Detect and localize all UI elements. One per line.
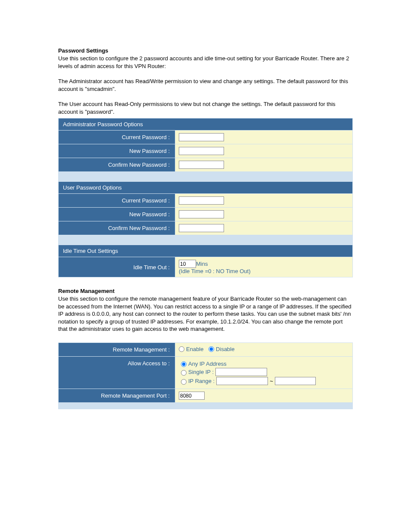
spacer xyxy=(59,235,352,245)
single-ip-radio[interactable] xyxy=(181,370,187,376)
user-current-pw-label: Current Password : xyxy=(59,194,175,207)
ip-range-option[interactable]: IP Range : ~ xyxy=(179,377,349,385)
remote-enable-option[interactable]: Enable xyxy=(179,346,203,352)
user-account-desc: The User account has Read-Only permissio… xyxy=(58,100,353,115)
admin-current-pw-label: Current Password : xyxy=(59,131,175,144)
remote-enable-radio[interactable] xyxy=(179,346,184,352)
any-ip-label: Any IP Address xyxy=(188,361,227,367)
ip-range-start-input[interactable] xyxy=(216,377,268,385)
password-settings-heading: Password Settings xyxy=(58,47,353,54)
admin-account-desc: The Administrator account has Read/Write… xyxy=(58,78,353,93)
idle-timeout-input[interactable] xyxy=(179,260,196,268)
single-ip-option[interactable]: Single IP : xyxy=(179,368,349,376)
any-ip-radio[interactable] xyxy=(181,361,187,367)
remote-mgmt-label: Remote Management : xyxy=(59,343,175,356)
password-intro-text: Use this section to configure the 2 pass… xyxy=(58,55,353,70)
user-current-pw-input[interactable] xyxy=(179,196,224,205)
ip-range-label: IP Range : xyxy=(188,378,215,384)
user-new-pw-label: New Password : xyxy=(59,208,175,221)
remote-mgmt-intro: Use this section to configure the remote… xyxy=(58,295,353,333)
idle-timeout-label: Idle Time Out : xyxy=(59,257,175,277)
ip-range-radio[interactable] xyxy=(181,379,187,385)
user-confirm-pw-label: Confirm New Password : xyxy=(59,221,175,235)
admin-password-header: Administrator Password Options xyxy=(59,118,352,130)
remote-disable-label: Disable xyxy=(216,346,234,352)
idle-hint-text: (Idle Time =0 : NO Time Out) xyxy=(179,268,251,274)
ip-range-tilde: ~ xyxy=(270,378,273,384)
remote-enable-label: Enable xyxy=(186,346,203,352)
remote-port-input[interactable] xyxy=(179,392,205,400)
user-new-pw-input[interactable] xyxy=(179,210,224,218)
user-password-header: User Password Options xyxy=(59,182,352,193)
ip-range-end-input[interactable] xyxy=(275,377,316,385)
idle-unit-label: Mins xyxy=(196,261,208,267)
remote-mgmt-heading: Remote Management xyxy=(58,288,353,294)
admin-new-pw-input[interactable] xyxy=(179,147,224,155)
remote-port-label: Remote Management Port : xyxy=(59,389,175,402)
admin-new-pw-label: New Password : xyxy=(59,144,175,158)
spacer xyxy=(59,172,352,181)
admin-current-pw-input[interactable] xyxy=(179,133,224,141)
any-ip-option[interactable]: Any IP Address xyxy=(179,360,349,367)
spacer xyxy=(59,403,352,409)
single-ip-label: Single IP : xyxy=(188,369,214,375)
admin-confirm-pw-label: Confirm New Password : xyxy=(59,158,175,171)
single-ip-input[interactable] xyxy=(215,368,267,376)
idle-timeout-header: Idle Time Out Settings xyxy=(59,245,352,257)
remote-disable-radio[interactable] xyxy=(209,346,214,352)
remote-mgmt-table: Remote Management : Enable Disable Allow… xyxy=(58,342,353,409)
allow-access-label: Allow Access to : xyxy=(59,357,175,389)
remote-disable-option[interactable]: Disable xyxy=(209,346,234,352)
password-settings-table: Administrator Password Options Current P… xyxy=(58,118,353,277)
user-confirm-pw-input[interactable] xyxy=(179,224,224,232)
admin-confirm-pw-input[interactable] xyxy=(179,161,224,169)
